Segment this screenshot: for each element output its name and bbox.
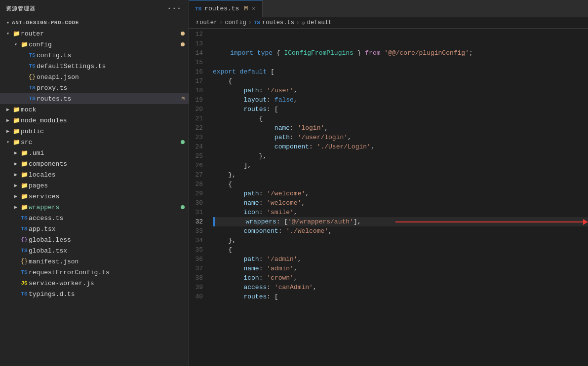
keyword-import: import <box>215 48 257 58</box>
folder-locales[interactable]: ▶ 📁 locales <box>0 169 189 180</box>
str-canadmin: 'canAdmin' <box>274 283 313 292</box>
comma: , <box>294 86 298 95</box>
code-line-23: path: '/user/login', <box>213 133 588 142</box>
colon: : [ <box>276 217 288 226</box>
file-manifest-json[interactable]: {} manifest.json <box>0 256 189 267</box>
folder-icon: 📁 <box>12 117 21 124</box>
folder-label: node_modules <box>21 117 189 124</box>
file-service-worker-js[interactable]: JS service-worker.js <box>0 278 189 289</box>
file-label: app.tsx <box>29 225 189 233</box>
indent <box>215 217 245 226</box>
file-oneapi-json[interactable]: {} oneapi.json <box>0 72 189 82</box>
keyword-type: type <box>257 48 273 58</box>
sidebar: 资源管理器 ··· ▾ ANT-DESIGN-PRO-CODE ▾ 📁 rout… <box>0 0 189 366</box>
bc-router[interactable]: router <box>196 19 217 26</box>
type-name: IConfigFromPlugins <box>284 48 353 58</box>
expand-icon: ▶ <box>12 172 20 178</box>
comma: , <box>294 95 298 105</box>
file-routes-ts[interactable]: TS routes.ts M <box>0 93 189 104</box>
str-user: '/user' <box>267 86 294 95</box>
punct: { <box>213 76 232 86</box>
indent: }, <box>213 170 236 180</box>
folder-public[interactable]: ▶ 📁 public <box>0 126 189 137</box>
comma: , <box>298 255 302 264</box>
file-access-ts[interactable]: TS access.ts <box>0 213 189 223</box>
file-requesterrorconfig-ts[interactable]: TS requestErrorConfig.ts <box>0 267 189 278</box>
string-val: '@@/core/pluginConfig' <box>384 48 469 58</box>
indent <box>213 208 243 217</box>
str-welcome3: './Welcome' <box>286 226 328 236</box>
code-line-16: export default [ <box>213 67 588 76</box>
folder-config[interactable]: ▾ 📁 config <box>0 39 189 50</box>
indent <box>213 95 243 105</box>
indent <box>213 142 274 151</box>
kw-false: false <box>274 95 294 105</box>
bc-ts-icon: TS <box>254 20 260 26</box>
folder-node-modules[interactable]: ▶ 📁 node_modules <box>0 115 189 126</box>
file-proxy-ts[interactable]: TS proxy.ts <box>0 82 189 93</box>
sidebar-header: 资源管理器 ··· <box>0 0 189 17</box>
folder-src[interactable]: ▾ 📁 src <box>0 137 189 147</box>
folder-mock[interactable]: ▶ 📁 mock <box>0 104 189 115</box>
modified-badge <box>181 140 185 144</box>
indent: ], <box>213 161 251 170</box>
prop-icon: icon <box>243 208 259 217</box>
folder-icon: 📁 <box>12 106 21 113</box>
folder-services[interactable]: ▶ 📁 services <box>0 191 189 202</box>
tab-filename: routes.ts <box>204 5 239 12</box>
bc-default[interactable]: default <box>307 19 332 26</box>
prop-name3: name <box>243 264 259 273</box>
kw-default: default <box>240 67 267 76</box>
file-typings-d-ts[interactable]: TS typings.d.ts <box>0 289 189 299</box>
file-global-less[interactable]: {} global.less <box>0 234 189 245</box>
colon: : <box>278 226 286 236</box>
colon: : <box>290 133 298 142</box>
comma: , <box>305 189 309 198</box>
file-config-ts[interactable]: TS config.ts <box>0 50 189 61</box>
file-app-tsx[interactable]: TS app.tsx <box>0 223 189 234</box>
folder-label: locales <box>29 171 189 179</box>
tab-ts-icon: TS <box>195 6 201 12</box>
bc-routes[interactable]: routes.ts <box>262 19 294 26</box>
str-admin2: 'admin' <box>267 264 294 273</box>
more-icon[interactable]: ··· <box>166 4 183 13</box>
ln-19: 19 <box>189 95 209 105</box>
folder-umi[interactable]: ▶ 📁 .umi <box>0 147 189 158</box>
code-line-14: import type { IConfigFromPlugins } from … <box>213 48 588 58</box>
file-defaultsettings-ts[interactable]: TS defaultSettings.ts <box>0 61 189 72</box>
colon: : <box>259 86 267 95</box>
project-label: ANT-DESIGN-PRO-CODE <box>12 20 189 26</box>
active-tab[interactable]: TS routes.ts M × <box>189 0 263 17</box>
ln-27: 27 <box>189 170 209 180</box>
project-root[interactable]: ▾ ANT-DESIGN-PRO-CODE <box>0 17 189 28</box>
folder-label: public <box>21 128 189 135</box>
ts-icon: TS <box>28 96 37 102</box>
folder-label: config <box>29 41 181 48</box>
ln-31: 31 <box>189 208 209 217</box>
expand-icon: ▶ <box>4 117 12 123</box>
punct: { <box>273 48 284 58</box>
str-component: './User/Login' <box>317 142 371 151</box>
tab-close-button[interactable]: × <box>251 5 256 12</box>
expand-icon: ▶ <box>4 128 12 134</box>
ln-14: 14 <box>189 48 209 58</box>
indent <box>213 189 243 198</box>
sidebar-title: 资源管理器 <box>6 5 35 12</box>
file-global-tsx[interactable]: TS global.tsx <box>0 245 189 256</box>
folder-pages[interactable]: ▶ 📁 pages <box>0 180 189 191</box>
code-line-39: access: 'canAdmin', <box>213 283 588 292</box>
code-line-22: name: 'login', <box>213 123 588 133</box>
file-label: manifest.json <box>29 258 189 265</box>
keyword-from: from <box>365 48 380 58</box>
comma: , <box>301 198 305 208</box>
folder-router[interactable]: ▾ 📁 router <box>0 28 189 39</box>
arrow-head <box>583 219 588 225</box>
folder-wrappers[interactable]: ▶ 📁 wrappers <box>0 202 189 213</box>
colon: : <box>259 264 267 273</box>
punct2: } <box>353 48 365 58</box>
folder-components[interactable]: ▶ 📁 components <box>0 158 189 169</box>
bc-config[interactable]: config <box>225 19 246 26</box>
prop-name: name <box>274 123 290 133</box>
comma: , <box>348 133 352 142</box>
ln-35: 35 <box>189 245 209 255</box>
